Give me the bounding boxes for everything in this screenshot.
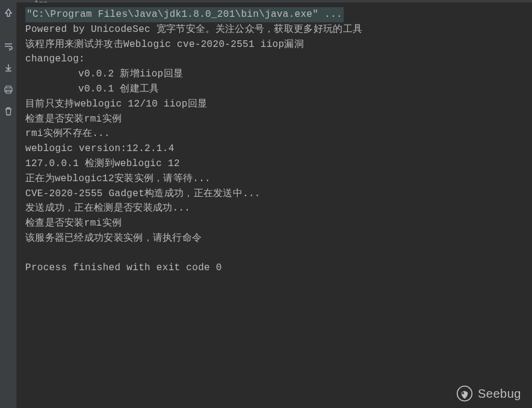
output-line: 该程序用来测试并攻击Weblogic cve-2020-2551 iiop漏洞 (25, 37, 524, 52)
output-line: weblogic version:12.2.1.4 (25, 141, 524, 156)
run-tab[interactable]: App (29, 0, 52, 2)
watermark: Seebug (456, 385, 521, 402)
output-line: 检查是否安装rmi实例 (25, 216, 524, 231)
console-output: "C:\Program Files\Java\jdk1.8.0_201\bin\… (17, 2, 532, 408)
output-line: 发送成功，正在检测是否安装成功... (25, 201, 524, 216)
tool-gutter (0, 2, 17, 408)
output-line: 目前只支持weblogic 12/10 iiop回显 (25, 97, 524, 112)
svg-point-1 (462, 392, 465, 394)
output-line: rmi实例不存在... (25, 126, 524, 141)
toggle-wrap-icon[interactable] (3, 41, 14, 52)
output-line: v0.0.2 新增iiop回显 (25, 67, 524, 82)
output-line: Powered by UnicodeSec 宽字节安全。关注公众号，获取更多好玩… (25, 22, 524, 37)
output-line: v0.0.1 创建工具 (25, 82, 524, 97)
output-line: Process finished with exit code 0 (25, 261, 524, 276)
up-arrow-icon[interactable] (3, 7, 14, 18)
output-line: 该服务器已经成功安装实例，请执行命令 (25, 231, 524, 246)
watermark-text: Seebug (478, 387, 521, 401)
output-line (25, 246, 524, 261)
output-line: 检查是否安装rmi实例 (25, 112, 524, 127)
download-icon[interactable] (3, 63, 14, 73)
tab-label: App (34, 0, 48, 2)
output-line: changelog: (25, 52, 524, 67)
print-icon[interactable] (3, 84, 14, 95)
command-line: "C:\Program Files\Java\jdk1.8.0_201\bin\… (25, 7, 344, 22)
output-line: CVE-2020-2555 Gadget构造成功，正在发送中... (25, 187, 524, 202)
output-line: 127.0.0.1 检测到weblogic 12 (25, 156, 524, 172)
seebug-logo-icon (456, 385, 473, 402)
output-line: 正在为weblogic12安装实例，请等待... (25, 172, 524, 187)
trash-icon[interactable] (3, 106, 14, 117)
